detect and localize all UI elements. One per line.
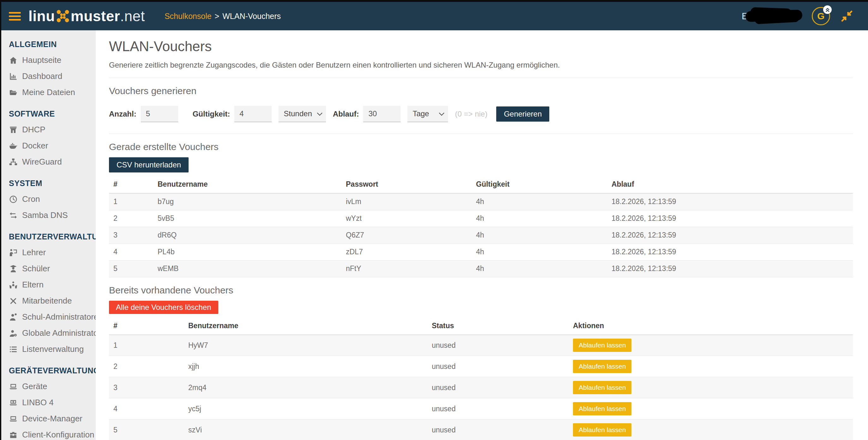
- graduate-icon: [9, 264, 22, 273]
- clock-icon: [9, 195, 22, 204]
- logged-in-user-label: E: [742, 8, 802, 25]
- sidebar-item-mitarbeitende[interactable]: Mitarbeitende: [9, 293, 96, 309]
- sidebar-section: SOFTWAREDHCPDockerWireGuard: [9, 109, 96, 170]
- breadcrumb: Schulkonsole > WLAN-Vouchers: [164, 12, 281, 21]
- cell-password: nFtY: [341, 260, 472, 277]
- avatar-letter: G: [817, 11, 825, 22]
- anzahl-input[interactable]: [141, 106, 178, 122]
- cell-actions: Ablaufen lassen: [568, 335, 853, 356]
- compress-fullscreen-icon[interactable]: [840, 9, 854, 23]
- sidebar-item-sch-ler[interactable]: Schüler: [9, 260, 96, 277]
- column-header: Passwort: [341, 178, 472, 193]
- sidebar-item-samba-dns[interactable]: Samba DNS: [9, 207, 96, 223]
- user-avatar[interactable]: G: [812, 7, 830, 25]
- cell-password: zDL7: [341, 244, 472, 260]
- sidebar-section-title: SYSTEM: [9, 179, 96, 188]
- expire-voucher-button[interactable]: Ablaufen lassen: [573, 360, 631, 373]
- sidebar-section: ALLGEMEINHauptseiteDashboardMeine Dateie…: [9, 40, 96, 100]
- generate-button[interactable]: Generieren: [496, 106, 549, 122]
- cell-expiry: 18.2.2026, 12:13:59: [607, 227, 853, 244]
- breadcrumb-separator: >: [215, 12, 219, 21]
- expiry-hint: (0 => nie): [455, 109, 487, 119]
- sidebar-section-title: GERÄTEVERWALTUNG: [9, 366, 96, 375]
- cell-username: szVi: [184, 419, 427, 440]
- teacher-icon: [9, 248, 22, 257]
- delete-all-vouchers-button[interactable]: Alle deine Vouchers löschen: [109, 301, 218, 314]
- gueltigkeit-input[interactable]: [235, 106, 272, 122]
- sidebar-item-listenverwaltung[interactable]: Listenverwaltung: [9, 341, 96, 357]
- sidebar-item-device-manager[interactable]: Device-Manager: [9, 411, 96, 427]
- download-csv-button[interactable]: CSV herunterladen: [109, 157, 189, 172]
- tools-icon: [9, 296, 22, 306]
- hamburger-menu-icon[interactable]: [9, 10, 21, 23]
- expire-voucher-button[interactable]: Ablaufen lassen: [573, 381, 631, 394]
- cell-actions: Ablaufen lassen: [568, 356, 853, 377]
- voucher-generator-form: Anzahl: Gültigkeit: Stunden Ablauf: Tage…: [109, 105, 853, 123]
- cell-status: unused: [427, 419, 568, 440]
- gueltigkeit-unit-select[interactable]: Stunden: [279, 106, 326, 122]
- cell-status: unused: [427, 377, 568, 398]
- cell-index: 4: [109, 398, 184, 419]
- sidebar-item-label: Schüler: [22, 264, 50, 274]
- sidebar-item-wireguard[interactable]: WireGuard: [9, 154, 96, 170]
- cell-index: 3: [109, 377, 184, 398]
- screen-edge-top: [0, 0, 868, 2]
- archway-icon: [9, 125, 22, 134]
- expire-voucher-button[interactable]: Ablaufen lassen: [573, 402, 631, 415]
- sidebar-item-lehrer[interactable]: Lehrer: [9, 245, 96, 260]
- ablauf-unit-select[interactable]: Tage: [407, 106, 448, 122]
- linuxmuster-logo[interactable]: linu muster.net: [28, 8, 145, 25]
- sidebar-item-label: Dashboard: [22, 71, 62, 81]
- table-row: 25vB5wYzt4h18.2.2026, 12:13:59: [109, 210, 853, 227]
- sitemap-icon: [9, 158, 22, 166]
- sidebar-item-client-konfiguration[interactable]: Client-Konfiguration: [9, 427, 96, 440]
- sidebar-item-globale-administratoren[interactable]: Globale Administratoren: [9, 325, 96, 341]
- table-row: 3dR6QQ6Z74h18.2.2026, 12:13:59: [109, 227, 853, 244]
- sidebar-section: GERÄTEVERWALTUNGGeräteLINBO 4Device-Mana…: [9, 366, 96, 440]
- ablauf-input[interactable]: [363, 106, 401, 122]
- topbar-right-group: E G: [742, 7, 854, 25]
- chevron-down-icon: [317, 110, 322, 116]
- cell-index: 3: [109, 227, 153, 244]
- sidebar-item-label: Eltern: [22, 280, 43, 290]
- sidebar-item-schul-administratoren[interactable]: Schul-Administratoren: [9, 309, 96, 325]
- existing-vouchers-table: #BenutzernameStatusAktionen 1HyW7unusedA…: [109, 319, 853, 440]
- sidebar-item-label: Lehrer: [22, 248, 46, 257]
- cell-username: b7ug: [153, 193, 341, 210]
- cell-index: 1: [109, 193, 153, 210]
- logo-text-net: .net: [120, 8, 145, 25]
- laptop-icon: [9, 414, 22, 423]
- laptop-icon: [9, 382, 22, 391]
- expire-voucher-button[interactable]: Ablaufen lassen: [573, 423, 631, 437]
- section-divider: [109, 134, 853, 134]
- top-navigation-bar: linu muster.net Schulkonsole > WLAN-Vouc…: [0, 2, 868, 30]
- sidebar-item-linbo-4[interactable]: LINBO 4: [9, 395, 96, 411]
- table-row: 4yc5junusedAblaufen lassen: [109, 398, 853, 419]
- sidebar-section-title: ALLGEMEIN: [9, 40, 96, 49]
- cell-password: Q6Z7: [341, 227, 472, 244]
- cell-index: 5: [109, 419, 184, 440]
- laptop-plus-icon: [9, 398, 22, 407]
- exchange-icon: [9, 211, 22, 220]
- sidebar-item-docker[interactable]: Docker: [9, 138, 96, 154]
- cell-username: wEMB: [153, 260, 341, 277]
- page-description: Generiere zeitlich begrenzte Zugangscode…: [109, 61, 853, 69]
- breadcrumb-root-link[interactable]: Schulkonsole: [164, 12, 212, 21]
- chevron-down-icon: [439, 110, 444, 116]
- sidebar-item-label: Docker: [22, 141, 48, 151]
- sidebar-item-eltern[interactable]: Eltern: [9, 277, 96, 293]
- sidebar-item-hauptseite[interactable]: Hauptseite: [9, 52, 96, 68]
- toolbox-icon: [9, 431, 22, 439]
- sidebar-item-label: Globale Administratoren: [22, 328, 96, 338]
- select-value: Stunden: [284, 109, 312, 118]
- sidebar-section-title: SOFTWARE: [9, 109, 96, 119]
- sidebar-item-ger-te[interactable]: Geräte: [9, 378, 96, 395]
- sidebar-item-meine-dateien[interactable]: Meine Dateien: [9, 84, 96, 100]
- sidebar-item-dhcp[interactable]: DHCP: [9, 122, 96, 138]
- sidebar: ALLGEMEINHauptseiteDashboardMeine Dateie…: [1, 30, 96, 440]
- cell-username: 2mq4: [184, 377, 427, 398]
- sidebar-item-cron[interactable]: Cron: [9, 191, 96, 207]
- sidebar-item-dashboard[interactable]: Dashboard: [9, 68, 96, 84]
- expire-voucher-button[interactable]: Ablaufen lassen: [573, 339, 631, 352]
- cell-password: wYzt: [341, 210, 472, 227]
